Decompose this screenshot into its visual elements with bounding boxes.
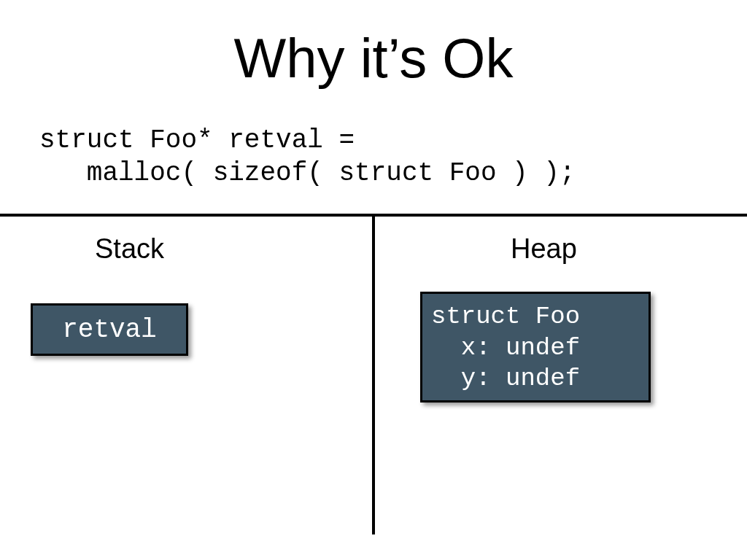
stack-column-label: Stack bbox=[95, 233, 164, 265]
slide-title: Why it’s Ok bbox=[0, 26, 747, 90]
code-line-1: struct Foo* retval = bbox=[39, 125, 355, 155]
heap-box-line-2: x: undef bbox=[431, 334, 580, 362]
stack-box-retval: retval bbox=[31, 303, 188, 356]
heap-box-struct: struct Foo x: undef y: undef bbox=[420, 292, 651, 402]
heap-column-label: Heap bbox=[511, 233, 577, 265]
code-line-2: malloc( sizeof( struct Foo ) ); bbox=[39, 158, 576, 188]
stack-box-label: retval bbox=[62, 315, 157, 345]
vertical-divider bbox=[372, 214, 375, 534]
heap-box-line-1: struct Foo bbox=[431, 303, 580, 330]
code-snippet: struct Foo* retval = malloc( sizeof( str… bbox=[39, 124, 576, 190]
heap-box-line-3: y: undef bbox=[431, 365, 580, 392]
